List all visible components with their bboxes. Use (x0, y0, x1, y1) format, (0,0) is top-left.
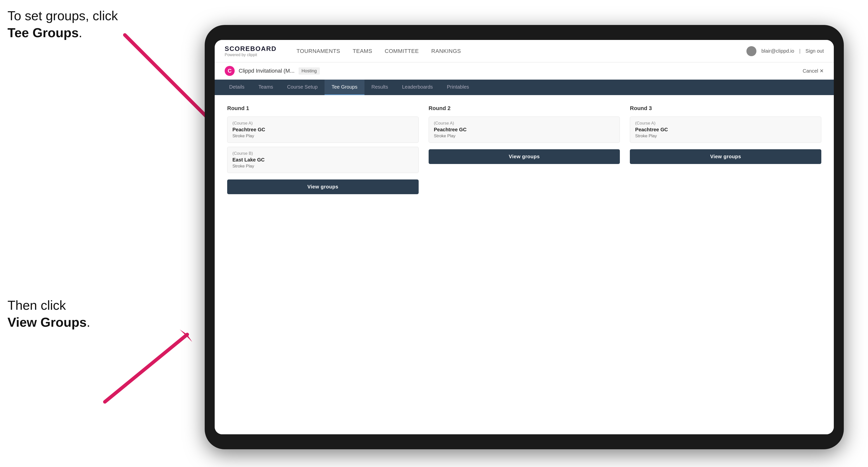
sub-header: C Clippd Invitational (M... Hosting Canc… (215, 62, 834, 80)
round-1-course-a-name: Peachtree GC (232, 127, 413, 132)
tab-results[interactable]: Results (365, 80, 395, 95)
top-nav: SCOREBOARD Powered by clippit TOURNAMENT… (215, 40, 834, 62)
tab-teams[interactable]: Teams (251, 80, 280, 95)
instruction-bold-1: Tee Groups (7, 26, 79, 40)
round-1-course-a-label: (Course A) (232, 121, 413, 126)
round-2-course-a-name: Peachtree GC (434, 127, 615, 132)
sub-header-left: C Clippd Invitational (M... Hosting (225, 66, 320, 76)
sub-logo-c: C (225, 66, 235, 76)
round-3-title: Round 3 (630, 105, 821, 112)
round-3-course-a-label: (Course A) (635, 121, 816, 126)
instruction-top: To set groups, click Tee Groups. (7, 7, 118, 41)
round-1-title: Round 1 (227, 105, 418, 112)
nav-right: blair@clippd.io | Sign out (746, 46, 824, 56)
instruction-suffix-1: . (79, 26, 82, 40)
svg-line-0 (125, 35, 215, 125)
svg-line-2 (105, 335, 187, 402)
main-content: Round 1 (Course A) Peachtree GC Stroke P… (215, 95, 834, 434)
round-1-course-a-card: (Course A) Peachtree GC Stroke Play (227, 117, 418, 143)
sub-header-title: Clippd Invitational (M... (239, 68, 294, 74)
instruction-suffix-2: . (87, 315, 90, 330)
round-2-course-a-label: (Course A) (434, 121, 615, 126)
instruction-line1: To set groups, click (7, 8, 118, 23)
nav-committee[interactable]: COMMITTEE (385, 46, 419, 56)
round-1-course-b-type: Stroke Play (232, 164, 413, 169)
instruction-line3: Then click (7, 298, 66, 312)
hosting-badge: Hosting (299, 67, 320, 74)
round-3-column: Round 3 (Course A) Peachtree GC Stroke P… (630, 105, 821, 194)
tab-details[interactable]: Details (222, 80, 251, 95)
round-1-course-b-label: (Course B) (232, 151, 413, 156)
logo-sub: Powered by clippit (225, 53, 277, 57)
nav-teams[interactable]: TEAMS (353, 46, 372, 56)
cancel-button[interactable]: Cancel ✕ (803, 68, 824, 74)
round-1-column: Round 1 (Course A) Peachtree GC Stroke P… (227, 105, 418, 194)
round-3-course-a-name: Peachtree GC (635, 127, 816, 132)
round-2-course-a-type: Stroke Play (434, 133, 615, 138)
tab-printables[interactable]: Printables (440, 80, 476, 95)
round-1-course-b-name: East Lake GC (232, 157, 413, 163)
nav-tournaments[interactable]: TOURNAMENTS (297, 46, 340, 56)
tablet-screen: SCOREBOARD Powered by clippit TOURNAMENT… (215, 40, 834, 434)
tab-leaderboards[interactable]: Leaderboards (395, 80, 440, 95)
tab-course-setup[interactable]: Course Setup (280, 80, 324, 95)
logo-text: SCOREBOARD (225, 45, 277, 53)
round-2-view-groups-button[interactable]: View groups (429, 149, 620, 164)
round-3-view-groups-button[interactable]: View groups (630, 149, 821, 164)
tab-tee-groups[interactable]: Tee Groups (324, 80, 364, 95)
round-1-view-groups-button[interactable]: View groups (227, 180, 418, 194)
user-email: blair@clippd.io (762, 48, 794, 54)
arrow-bottom (97, 314, 192, 404)
instruction-bottom: Then click View Groups. (7, 297, 90, 331)
nav-rankings[interactable]: RANKINGS (431, 46, 461, 56)
round-3-course-a-type: Stroke Play (635, 133, 816, 138)
nav-items: TOURNAMENTS TEAMS COMMITTEE RANKINGS (297, 46, 732, 56)
rounds-container: Round 1 (Course A) Peachtree GC Stroke P… (227, 105, 821, 194)
instruction-bold-2: View Groups (7, 315, 87, 330)
round-1-course-b-card: (Course B) East Lake GC Stroke Play (227, 147, 418, 173)
tab-bar: Details Teams Course Setup Tee Groups Re… (215, 80, 834, 95)
sign-out-link[interactable]: Sign out (806, 48, 824, 54)
tablet-frame: SCOREBOARD Powered by clippit TOURNAMENT… (205, 25, 844, 449)
round-2-course-a-card: (Course A) Peachtree GC Stroke Play (429, 117, 620, 143)
round-1-course-a-type: Stroke Play (232, 133, 413, 138)
round-2-column: Round 2 (Course A) Peachtree GC Stroke P… (429, 105, 620, 194)
user-avatar (746, 46, 756, 56)
round-2-title: Round 2 (429, 105, 620, 112)
logo-area: SCOREBOARD Powered by clippit (225, 45, 277, 57)
round-3-course-a-card: (Course A) Peachtree GC Stroke Play (630, 117, 821, 143)
